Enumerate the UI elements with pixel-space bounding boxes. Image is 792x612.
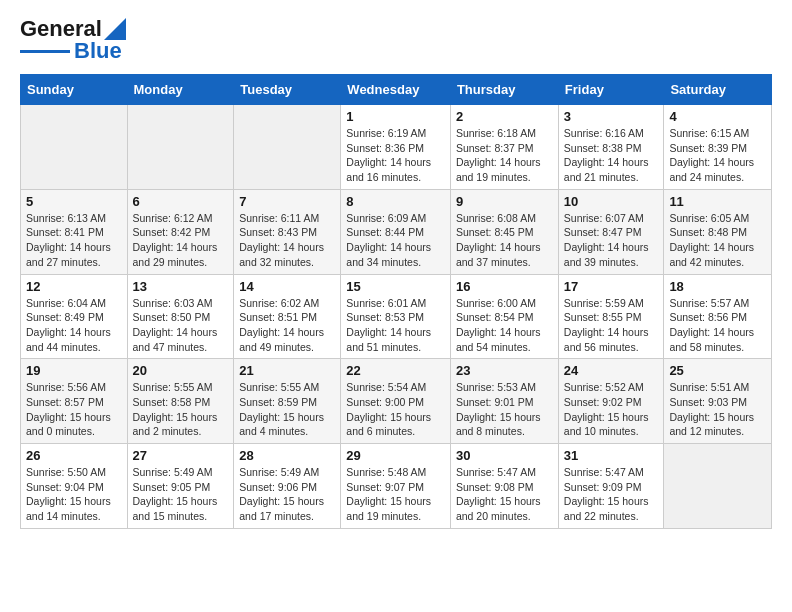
day-number: 18 xyxy=(669,279,766,294)
calendar-cell: 28Sunrise: 5:49 AM Sunset: 9:06 PM Dayli… xyxy=(234,444,341,529)
header-wednesday: Wednesday xyxy=(341,75,451,105)
calendar-cell: 20Sunrise: 5:55 AM Sunset: 8:58 PM Dayli… xyxy=(127,359,234,444)
calendar-header-row: SundayMondayTuesdayWednesdayThursdayFrid… xyxy=(21,75,772,105)
day-number: 10 xyxy=(564,194,659,209)
calendar-cell xyxy=(21,105,128,190)
day-number: 24 xyxy=(564,363,659,378)
calendar-cell xyxy=(127,105,234,190)
day-info: Sunrise: 6:09 AM Sunset: 8:44 PM Dayligh… xyxy=(346,211,445,270)
day-number: 22 xyxy=(346,363,445,378)
day-info: Sunrise: 6:01 AM Sunset: 8:53 PM Dayligh… xyxy=(346,296,445,355)
day-number: 15 xyxy=(346,279,445,294)
week-row-3: 12Sunrise: 6:04 AM Sunset: 8:49 PM Dayli… xyxy=(21,274,772,359)
calendar-cell: 2Sunrise: 6:18 AM Sunset: 8:37 PM Daylig… xyxy=(450,105,558,190)
calendar-cell: 24Sunrise: 5:52 AM Sunset: 9:02 PM Dayli… xyxy=(558,359,664,444)
day-info: Sunrise: 6:03 AM Sunset: 8:50 PM Dayligh… xyxy=(133,296,229,355)
day-number: 7 xyxy=(239,194,335,209)
week-row-4: 19Sunrise: 5:56 AM Sunset: 8:57 PM Dayli… xyxy=(21,359,772,444)
calendar-cell: 25Sunrise: 5:51 AM Sunset: 9:03 PM Dayli… xyxy=(664,359,772,444)
header-thursday: Thursday xyxy=(450,75,558,105)
day-number: 31 xyxy=(564,448,659,463)
day-number: 12 xyxy=(26,279,122,294)
calendar-cell xyxy=(234,105,341,190)
calendar-cell: 16Sunrise: 6:00 AM Sunset: 8:54 PM Dayli… xyxy=(450,274,558,359)
day-info: Sunrise: 6:12 AM Sunset: 8:42 PM Dayligh… xyxy=(133,211,229,270)
calendar-cell: 19Sunrise: 5:56 AM Sunset: 8:57 PM Dayli… xyxy=(21,359,128,444)
day-number: 30 xyxy=(456,448,553,463)
calendar-cell: 13Sunrise: 6:03 AM Sunset: 8:50 PM Dayli… xyxy=(127,274,234,359)
day-info: Sunrise: 5:53 AM Sunset: 9:01 PM Dayligh… xyxy=(456,380,553,439)
calendar-cell: 5Sunrise: 6:13 AM Sunset: 8:41 PM Daylig… xyxy=(21,189,128,274)
calendar-cell: 7Sunrise: 6:11 AM Sunset: 8:43 PM Daylig… xyxy=(234,189,341,274)
calendar-cell: 18Sunrise: 5:57 AM Sunset: 8:56 PM Dayli… xyxy=(664,274,772,359)
day-info: Sunrise: 5:49 AM Sunset: 9:05 PM Dayligh… xyxy=(133,465,229,524)
day-info: Sunrise: 6:04 AM Sunset: 8:49 PM Dayligh… xyxy=(26,296,122,355)
calendar-cell: 3Sunrise: 6:16 AM Sunset: 8:38 PM Daylig… xyxy=(558,105,664,190)
day-info: Sunrise: 5:55 AM Sunset: 8:59 PM Dayligh… xyxy=(239,380,335,439)
day-number: 14 xyxy=(239,279,335,294)
day-info: Sunrise: 5:51 AM Sunset: 9:03 PM Dayligh… xyxy=(669,380,766,439)
calendar-cell: 27Sunrise: 5:49 AM Sunset: 9:05 PM Dayli… xyxy=(127,444,234,529)
day-number: 17 xyxy=(564,279,659,294)
day-number: 25 xyxy=(669,363,766,378)
day-info: Sunrise: 6:13 AM Sunset: 8:41 PM Dayligh… xyxy=(26,211,122,270)
calendar-cell xyxy=(664,444,772,529)
day-info: Sunrise: 6:15 AM Sunset: 8:39 PM Dayligh… xyxy=(669,126,766,185)
day-number: 13 xyxy=(133,279,229,294)
week-row-2: 5Sunrise: 6:13 AM Sunset: 8:41 PM Daylig… xyxy=(21,189,772,274)
week-row-5: 26Sunrise: 5:50 AM Sunset: 9:04 PM Dayli… xyxy=(21,444,772,529)
header-monday: Monday xyxy=(127,75,234,105)
day-number: 11 xyxy=(669,194,766,209)
day-info: Sunrise: 5:59 AM Sunset: 8:55 PM Dayligh… xyxy=(564,296,659,355)
calendar-cell: 8Sunrise: 6:09 AM Sunset: 8:44 PM Daylig… xyxy=(341,189,451,274)
day-number: 3 xyxy=(564,109,659,124)
day-number: 23 xyxy=(456,363,553,378)
day-info: Sunrise: 6:19 AM Sunset: 8:36 PM Dayligh… xyxy=(346,126,445,185)
day-info: Sunrise: 6:11 AM Sunset: 8:43 PM Dayligh… xyxy=(239,211,335,270)
calendar-cell: 4Sunrise: 6:15 AM Sunset: 8:39 PM Daylig… xyxy=(664,105,772,190)
day-info: Sunrise: 6:18 AM Sunset: 8:37 PM Dayligh… xyxy=(456,126,553,185)
day-info: Sunrise: 5:50 AM Sunset: 9:04 PM Dayligh… xyxy=(26,465,122,524)
day-info: Sunrise: 5:47 AM Sunset: 9:08 PM Dayligh… xyxy=(456,465,553,524)
calendar-cell: 17Sunrise: 5:59 AM Sunset: 8:55 PM Dayli… xyxy=(558,274,664,359)
day-info: Sunrise: 5:54 AM Sunset: 9:00 PM Dayligh… xyxy=(346,380,445,439)
logo-icon xyxy=(104,18,126,40)
calendar-cell: 9Sunrise: 6:08 AM Sunset: 8:45 PM Daylig… xyxy=(450,189,558,274)
day-number: 2 xyxy=(456,109,553,124)
day-number: 27 xyxy=(133,448,229,463)
calendar-cell: 22Sunrise: 5:54 AM Sunset: 9:00 PM Dayli… xyxy=(341,359,451,444)
header-saturday: Saturday xyxy=(664,75,772,105)
header-tuesday: Tuesday xyxy=(234,75,341,105)
logo-underline xyxy=(20,50,70,53)
day-number: 1 xyxy=(346,109,445,124)
week-row-1: 1Sunrise: 6:19 AM Sunset: 8:36 PM Daylig… xyxy=(21,105,772,190)
calendar-cell: 6Sunrise: 6:12 AM Sunset: 8:42 PM Daylig… xyxy=(127,189,234,274)
day-number: 5 xyxy=(26,194,122,209)
day-number: 8 xyxy=(346,194,445,209)
day-info: Sunrise: 5:47 AM Sunset: 9:09 PM Dayligh… xyxy=(564,465,659,524)
calendar-cell: 1Sunrise: 6:19 AM Sunset: 8:36 PM Daylig… xyxy=(341,105,451,190)
calendar-cell: 23Sunrise: 5:53 AM Sunset: 9:01 PM Dayli… xyxy=(450,359,558,444)
calendar-table: SundayMondayTuesdayWednesdayThursdayFrid… xyxy=(20,74,772,529)
day-number: 16 xyxy=(456,279,553,294)
day-info: Sunrise: 5:56 AM Sunset: 8:57 PM Dayligh… xyxy=(26,380,122,439)
day-number: 6 xyxy=(133,194,229,209)
day-info: Sunrise: 5:52 AM Sunset: 9:02 PM Dayligh… xyxy=(564,380,659,439)
day-info: Sunrise: 5:57 AM Sunset: 8:56 PM Dayligh… xyxy=(669,296,766,355)
header-friday: Friday xyxy=(558,75,664,105)
calendar-cell: 10Sunrise: 6:07 AM Sunset: 8:47 PM Dayli… xyxy=(558,189,664,274)
day-number: 29 xyxy=(346,448,445,463)
day-info: Sunrise: 5:55 AM Sunset: 8:58 PM Dayligh… xyxy=(133,380,229,439)
day-info: Sunrise: 5:48 AM Sunset: 9:07 PM Dayligh… xyxy=(346,465,445,524)
day-number: 20 xyxy=(133,363,229,378)
calendar-cell: 14Sunrise: 6:02 AM Sunset: 8:51 PM Dayli… xyxy=(234,274,341,359)
logo-blue: Blue xyxy=(74,38,122,64)
calendar-cell: 15Sunrise: 6:01 AM Sunset: 8:53 PM Dayli… xyxy=(341,274,451,359)
calendar-cell: 29Sunrise: 5:48 AM Sunset: 9:07 PM Dayli… xyxy=(341,444,451,529)
header: General Blue xyxy=(20,16,772,64)
calendar-cell: 26Sunrise: 5:50 AM Sunset: 9:04 PM Dayli… xyxy=(21,444,128,529)
day-number: 26 xyxy=(26,448,122,463)
day-number: 9 xyxy=(456,194,553,209)
calendar-cell: 21Sunrise: 5:55 AM Sunset: 8:59 PM Dayli… xyxy=(234,359,341,444)
day-number: 28 xyxy=(239,448,335,463)
